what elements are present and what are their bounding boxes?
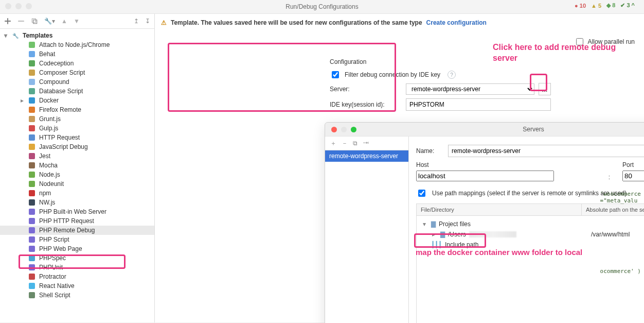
filter-ide-key-checkbox[interactable] — [332, 71, 339, 78]
add-icon[interactable] — [4, 18, 11, 25]
sidebar-toolbar: 🔧▾ ▲ ▼ ↥ ↧ — [0, 14, 154, 29]
sidebar-item[interactable]: PHPUnit — [0, 263, 154, 272]
weak-count[interactable]: ◆ 8 — [606, 2, 615, 9]
svg-rect-26 — [29, 264, 35, 270]
remove-icon[interactable]: － — [342, 139, 348, 148]
tree-expand-icon[interactable]: ↥ — [134, 18, 139, 25]
template-icon — [28, 152, 36, 160]
import-icon[interactable]: ⭲ — [363, 140, 369, 147]
sidebar-item[interactable]: PHP Built-in Web Server — [0, 207, 154, 216]
template-icon — [28, 180, 36, 188]
template-icon — [28, 263, 36, 271]
sidebar-item[interactable]: PHPSpec — [0, 253, 154, 263]
sidebar-item-label: Nodeunit — [39, 180, 64, 188]
server-name-input[interactable] — [448, 145, 644, 157]
sidebar-item[interactable]: Codeception — [0, 59, 154, 68]
idekey-input[interactable] — [406, 98, 551, 111]
help-icon[interactable]: ? — [448, 71, 456, 79]
sidebar-item[interactable]: Grunt.js — [0, 114, 154, 124]
sidebar-item[interactable]: Shell Script — [0, 291, 154, 300]
sidebar-item[interactable]: React Native — [0, 281, 154, 291]
sidebar-item[interactable]: PHP HTTP Request — [0, 216, 154, 226]
template-icon — [28, 106, 36, 114]
templates-tree[interactable]: ▾ 🔧 Templates Attach to Node.js/ChromeBe… — [0, 29, 154, 302]
sidebar-item[interactable]: NW.js — [0, 198, 154, 207]
sidebar-item[interactable]: PHP Web Page — [0, 244, 154, 253]
template-icon — [28, 198, 36, 207]
users-path-node[interactable]: ▸ ▇ /Users — [430, 231, 516, 238]
sidebar-item[interactable]: Firefox Remote — [0, 105, 154, 114]
use-path-mappings-checkbox[interactable] — [418, 190, 425, 197]
sidebar-item-label: JavaScript Debug — [39, 143, 88, 150]
server-browse-button[interactable]: ... — [539, 83, 551, 95]
settings-icon[interactable]: 🔧▾ — [44, 18, 55, 25]
sidebar-item-label: Shell Script — [39, 292, 70, 299]
sidebar-item[interactable]: Jest — [0, 151, 154, 161]
up-icon[interactable]: ▲ — [61, 18, 67, 25]
window-traffic-lights[interactable] — [5, 3, 32, 9]
sidebar-item[interactable]: HTTP Request — [0, 133, 154, 142]
template-icon — [28, 171, 36, 179]
sidebar-item[interactable]: Node.js — [0, 170, 154, 179]
editor-peek: ocommerce' ) — [600, 268, 641, 275]
sidebar-item[interactable]: PHP Remote Debug — [0, 226, 154, 235]
templates-root[interactable]: ▾ 🔧 Templates — [0, 31, 154, 40]
sidebar-item[interactable]: npm — [0, 189, 154, 198]
filter-ide-key-label: Filter debug connection by IDE key — [345, 71, 440, 78]
close-icon[interactable] — [5, 3, 11, 9]
warning-count[interactable]: ▲ 5 — [591, 3, 601, 9]
svg-rect-23 — [29, 236, 35, 243]
chevron-right-icon: ▸ — [20, 97, 25, 104]
col-abs-path[interactable]: Absolute path on the server — [582, 204, 644, 215]
abs-path-cell[interactable]: /var/www/html — [591, 231, 644, 238]
down-icon[interactable]: ▼ — [74, 18, 80, 25]
server-name-label: Name: — [416, 147, 443, 155]
sidebar-item[interactable]: Behat — [0, 49, 154, 59]
server-list-item[interactable]: remote-wordpress-server — [325, 150, 408, 162]
allow-parallel-run[interactable]: Allow parallel run — [574, 37, 635, 47]
svg-rect-29 — [29, 292, 35, 298]
server-select[interactable]: remote-wordpress-server — [406, 83, 534, 95]
sidebar-item-label: NW.js — [39, 199, 55, 206]
host-input[interactable] — [416, 171, 554, 181]
template-icon — [28, 41, 36, 49]
template-icon — [28, 161, 36, 169]
sidebar-item[interactable]: Compound — [0, 77, 154, 87]
col-file-dir[interactable]: File/Directory — [417, 204, 582, 215]
warning-icon: ⚠ — [161, 19, 167, 26]
copy-icon[interactable]: ⧉ — [353, 140, 357, 147]
sidebar-item[interactable]: Database Script — [0, 87, 154, 96]
typo-count[interactable]: ✔ 3 ^ — [620, 2, 635, 9]
sidebar-item[interactable]: PHP Script — [0, 235, 154, 244]
project-files-node[interactable]: ▾ ▇ Project files — [421, 219, 644, 229]
svg-rect-17 — [29, 181, 35, 187]
sidebar-item[interactable]: Gulp.js — [0, 124, 154, 133]
minimize-icon[interactable] — [15, 3, 22, 9]
port-input[interactable] — [622, 171, 644, 181]
tree-collapse-icon[interactable]: ↧ — [145, 18, 150, 25]
servers-traffic-lights[interactable] — [331, 127, 356, 132]
sidebar-item[interactable]: JavaScript Debug — [0, 142, 154, 151]
template-icon — [28, 282, 36, 290]
copy-icon[interactable] — [31, 18, 38, 25]
allow-parallel-checkbox[interactable] — [576, 38, 583, 45]
create-configuration-link[interactable]: Create configuration — [426, 19, 487, 26]
sidebar-item[interactable]: Protractor — [0, 272, 154, 281]
template-icon — [28, 69, 36, 77]
zoom-icon[interactable] — [351, 127, 356, 132]
error-count[interactable]: ● 10 — [575, 3, 586, 9]
template-icon — [28, 291, 36, 299]
servers-dialog: Servers ＋ － ⧉ ⭲ remote-wordpress-server … — [325, 122, 644, 323]
sidebar-item[interactable]: ▸Docker — [0, 96, 154, 105]
configuration-panel: Configuration Filter debug connection by… — [325, 55, 556, 129]
zoom-icon[interactable] — [26, 3, 32, 9]
sidebar-item[interactable]: Mocha — [0, 161, 154, 170]
sidebar-item[interactable]: Attach to Node.js/Chrome — [0, 40, 154, 49]
add-icon[interactable]: ＋ — [330, 139, 336, 148]
sidebar-item[interactable]: Nodeunit — [0, 179, 154, 189]
remove-icon[interactable] — [17, 18, 25, 25]
close-icon[interactable] — [331, 127, 337, 132]
sidebar-item[interactable]: Composer Script — [0, 68, 154, 77]
minimize-icon[interactable] — [341, 127, 347, 132]
include-path-node[interactable]: ┃┃┃ Include path — [421, 240, 644, 250]
